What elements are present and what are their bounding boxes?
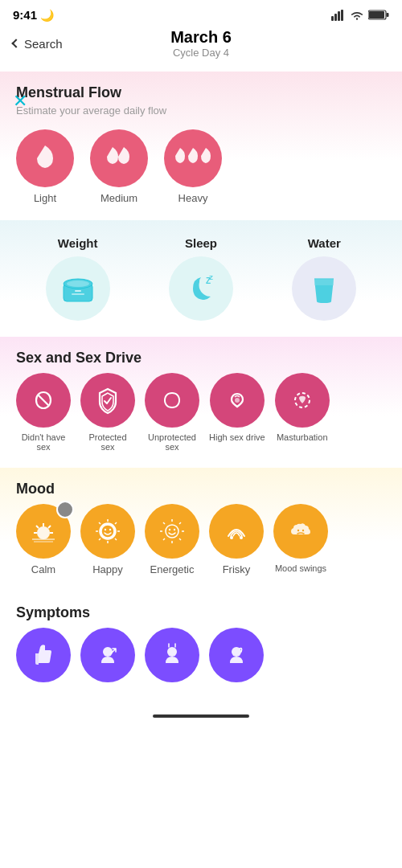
masturbation-button[interactable] (275, 373, 330, 428)
battery-icon (368, 10, 389, 20)
flow-light-button[interactable] (16, 129, 74, 187)
svg-line-17 (38, 395, 49, 406)
mood-swings-button[interactable] (273, 504, 328, 559)
mood-calm-item: Calm (16, 504, 71, 575)
weight-button[interactable] (46, 256, 110, 321)
svg-point-33 (109, 529, 111, 530)
sleep-label: Sleep (185, 236, 217, 250)
symptom-2-button[interactable] (80, 628, 135, 682)
unprotected-sex-item: Unprotectedsex (145, 373, 199, 452)
mood-energetic-item: Energetic (145, 504, 199, 575)
status-time: 9:41 (13, 8, 37, 22)
back-button[interactable]: Search (13, 37, 63, 51)
sleep-button[interactable]: Z Z (169, 256, 233, 321)
selection-indicator (56, 501, 74, 518)
menstrual-flow-subtitle: Estimate your average daily flow (16, 104, 386, 117)
scroll-indicator (153, 714, 249, 718)
svg-point-11 (67, 280, 89, 287)
moon-sleep-icon: Z Z (183, 271, 219, 306)
high-sex-drive-item: High sex drive (209, 373, 265, 452)
high-sex-drive-icon (223, 386, 252, 415)
protected-sex-item: Protectedsex (80, 373, 135, 452)
svg-rect-3 (341, 10, 343, 21)
drop-triple-icon (172, 146, 214, 170)
symptoms-section: Symptoms (0, 592, 402, 698)
signal-icon (331, 10, 346, 21)
svg-line-51 (179, 522, 181, 524)
flow-heavy-label: Heavy (178, 192, 208, 204)
svg-line-41 (115, 538, 117, 540)
svg-point-45 (174, 529, 175, 530)
protected-sex-button[interactable] (80, 373, 135, 428)
nav-bar: Search March 6 Cycle Day 4 (0, 25, 402, 65)
sex-section: Sex and Sex Drive Didn't havesex Protect… (0, 337, 402, 468)
symptom-2-item (80, 628, 135, 682)
water-button[interactable] (292, 256, 356, 321)
masturbation-icon (288, 386, 317, 415)
unprotected-sex-button[interactable] (145, 373, 199, 428)
flow-light-item: Light (16, 129, 74, 204)
mood-frisky-button[interactable] (209, 504, 264, 559)
thumbs-up-icon (29, 641, 58, 669)
health-water-item: Water (263, 236, 386, 321)
water-label: Water (308, 236, 341, 250)
mood-swings-icon (285, 515, 317, 547)
menstrual-flow-section: Menstrual Flow Estimate your average dai… (0, 72, 402, 220)
svg-point-54 (230, 536, 233, 539)
frisky-icon (220, 515, 252, 547)
symptom-3-button[interactable] (145, 628, 199, 682)
protected-sex-label: Protectedsex (88, 432, 126, 452)
mood-energetic-label: Energetic (150, 563, 195, 575)
water-cup-icon (310, 271, 338, 306)
flow-medium-button[interactable] (90, 129, 148, 187)
svg-point-18 (235, 398, 240, 403)
drop-double-icon (103, 145, 135, 171)
svg-rect-0 (331, 16, 334, 21)
svg-point-32 (105, 529, 106, 530)
svg-point-4 (356, 18, 358, 19)
svg-line-24 (36, 526, 39, 528)
protected-sex-icon (93, 386, 122, 415)
mood-happy-label: Happy (92, 563, 123, 575)
mood-swings-item: Mood swings (273, 504, 328, 575)
mood-title: Mood (16, 481, 386, 497)
flow-items: Light Medium Heavy (16, 129, 386, 204)
svg-point-56 (297, 530, 299, 531)
symptom-4-item (209, 628, 264, 682)
mood-energetic-button[interactable] (145, 504, 199, 559)
menstrual-flow-title: Menstrual Flow (16, 84, 386, 101)
svg-rect-12 (75, 290, 81, 292)
nav-title: March 6 Cycle Day 4 (170, 28, 232, 59)
svg-line-53 (179, 538, 181, 540)
flow-heavy-button[interactable] (164, 129, 222, 187)
page-date: March 6 (170, 28, 232, 47)
svg-line-38 (99, 522, 100, 524)
svg-line-25 (48, 526, 51, 528)
unprotected-sex-label: Unprotectedsex (148, 432, 196, 452)
high-sex-drive-button[interactable] (210, 373, 265, 428)
svg-rect-6 (369, 11, 384, 18)
svg-text:Z: Z (209, 274, 213, 281)
symptom-1-button[interactable] (16, 628, 71, 682)
sex-title: Sex and Sex Drive (16, 350, 386, 366)
health-weight-item: Weight (16, 236, 139, 321)
status-icons (331, 10, 389, 21)
close-button[interactable]: ✕ (13, 91, 27, 112)
calm-icon (27, 515, 59, 547)
unprotected-sex-icon (158, 386, 187, 415)
flow-light-label: Light (34, 192, 56, 204)
mood-happy-item: Happy (80, 504, 135, 575)
mood-section: Mood (0, 468, 402, 592)
no-sex-button[interactable] (16, 373, 71, 428)
health-row: Weight Sleep Z Z (16, 236, 386, 321)
health-sleep-item: Sleep Z Z (139, 236, 262, 321)
symptom-4-button[interactable] (209, 628, 264, 682)
mood-frisky-item: Frisky (209, 504, 264, 575)
svg-line-40 (99, 538, 100, 540)
mood-happy-button[interactable] (80, 504, 135, 559)
energetic-icon (156, 515, 188, 547)
symptoms-title: Symptoms (16, 604, 386, 621)
status-bar: 9:41 🌙 (0, 0, 402, 25)
symptom-3-item (145, 628, 199, 682)
cycle-day: Cycle Day 4 (170, 47, 232, 59)
